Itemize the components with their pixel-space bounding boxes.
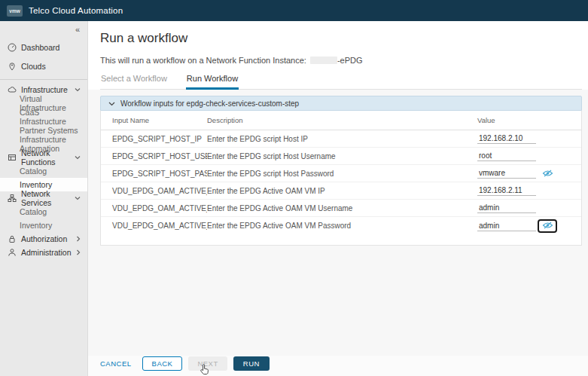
sidebar-collapse-button[interactable]: « (0, 21, 87, 38)
sidebar-item-dashboard[interactable]: Dashboard (0, 38, 87, 57)
value-input-vdu-epdg-oam-active-password[interactable] (477, 221, 536, 231)
password-visibility-toggle[interactable] (539, 168, 556, 179)
next-button[interactable]: NEXT (188, 356, 227, 371)
cloud-icon (8, 85, 17, 94)
table-row: VDU_EPDG_OAM_ACTIVE_USERNAME Enter the E… (101, 200, 581, 217)
workflow-inputs-panel: Input Name Description Value EPDG_SCRIPT… (100, 111, 582, 246)
input-name: VDU_EPDG_OAM_ACTIVE_PASSWORD (101, 222, 207, 230)
sidebar-item-nf-catalog[interactable]: Catalog (0, 164, 87, 178)
sidebar-item-administration[interactable]: Administration (0, 246, 87, 259)
app-header: vmw Telco Cloud Automation (0, 0, 588, 21)
input-description: Enter the EPDG Active OAM VM IP (207, 187, 477, 195)
chevron-down-icon (108, 99, 115, 108)
sidebar-item-label: Authorization (21, 234, 67, 243)
eye-slash-icon (542, 220, 553, 231)
sidebar-item-label: Catalog (20, 167, 47, 176)
column-header-value: Value (477, 116, 581, 124)
sidebar-item-label: Administration (21, 248, 72, 257)
vmware-logo-text: vmw (9, 8, 20, 14)
collapse-icon: « (75, 25, 80, 34)
dashboard-icon (8, 43, 17, 52)
clouds-icon (8, 62, 17, 71)
table-row: VDU_EPDG_OAM_ACTIVE_IP Enter the EPDG Ac… (101, 182, 581, 200)
column-header-description: Description (207, 116, 477, 124)
sidebar-item-caas-infrastructure[interactable]: CaaS Infrastructure (0, 110, 87, 124)
lock-icon (8, 234, 17, 243)
workflow-tabs: Select a Workflow Run Workflow (100, 72, 582, 90)
sidebar-item-authorization[interactable]: Authorization (0, 232, 87, 246)
sidebar-item-label: Partner Systems (20, 126, 78, 135)
sidebar-item-network-functions[interactable]: Network Functions (0, 151, 87, 164)
tab-select-a-workflow[interactable]: Select a Workflow (100, 72, 168, 89)
vmware-logo: vmw (7, 5, 23, 17)
value-input-vdu-epdg-oam-active-username[interactable] (477, 203, 536, 213)
sidebar-item-label: Clouds (21, 62, 46, 71)
instance-suffix: -ePDG (337, 56, 363, 65)
eye-slash-icon (542, 168, 553, 179)
run-button[interactable]: RUN (233, 356, 270, 371)
input-name: EPDG_SCRIPT_HOST_PASSWORD (101, 170, 207, 178)
input-description: Enter the EPDG Active OAM VM Username (207, 204, 477, 212)
tab-run-workflow[interactable]: Run Workflow (186, 72, 239, 90)
workflow-inputs-accordion: Workflow inputs for epdg-check-services-… (100, 96, 582, 246)
column-header-input-name: Input Name (101, 116, 207, 124)
chevron-down-icon (75, 155, 81, 160)
input-description: Enter the EPDG Active OAM VM Password (207, 222, 477, 230)
input-name: EPDG_SCRIPT_HOST_IP (101, 135, 207, 143)
network-functions-icon (8, 153, 17, 162)
accordion-header[interactable]: Workflow inputs for epdg-check-services-… (100, 96, 582, 111)
table-row: EPDG_SCRIPT_HOST_USERNAME Enter the EPDG… (101, 148, 581, 165)
table-row: EPDG_SCRIPT_HOST_PASSWORD Enter the EPDG… (101, 165, 581, 182)
sidebar-item-label: Inventory (20, 180, 52, 189)
description-text: This will run a workflow on a Network Fu… (100, 56, 306, 65)
password-visibility-toggle-focused[interactable] (539, 221, 556, 231)
input-name: EPDG_SCRIPT_HOST_USERNAME (101, 152, 207, 160)
page-title: Run a workflow (100, 31, 582, 46)
content-header: Run a workflow This will run a workflow … (88, 21, 588, 90)
instance-name-redacted (310, 57, 337, 64)
sidebar-item-network-services[interactable]: Network Services (0, 191, 87, 205)
input-description: Enter the EPDG script Host Password (207, 170, 477, 178)
chevron-down-icon (75, 196, 81, 200)
table-header-row: Input Name Description Value (101, 111, 581, 130)
sidebar-item-clouds[interactable]: Clouds (0, 57, 87, 75)
back-button[interactable]: BACK (142, 356, 183, 371)
table-row: VDU_EPDG_OAM_ACTIVE_PASSWORD Enter the E… (101, 217, 581, 234)
app-title: Telco Cloud Automation (29, 6, 123, 15)
wizard-footer: CANCEL BACK NEXT RUN (88, 356, 588, 376)
sidebar-divider (0, 79, 87, 80)
sidebar-item-label: Inventory (20, 221, 52, 230)
content-spacer (88, 246, 588, 356)
sidebar-item-label: Dashboard (21, 43, 59, 52)
network-services-icon (8, 194, 17, 203)
sidebar: « Dashboard Clouds Infrastructure Virtua… (0, 21, 88, 376)
input-description: Enter the EPDG script Host IP (207, 135, 477, 143)
value-input-vdu-epdg-oam-active-ip[interactable] (477, 185, 536, 196)
chevron-down-icon (75, 87, 81, 92)
input-name: VDU_EPDG_OAM_ACTIVE_USERNAME (101, 204, 207, 212)
sidebar-item-ns-catalog[interactable]: Catalog (0, 205, 87, 219)
table-row: EPDG_SCRIPT_HOST_IP Enter the EPDG scrip… (101, 130, 581, 148)
accordion-title: Workflow inputs for epdg-check-services-… (120, 99, 299, 108)
value-input-epdg-script-host-password[interactable] (477, 168, 536, 179)
value-input-epdg-script-host-ip[interactable] (477, 133, 536, 144)
user-icon (8, 248, 17, 257)
chevron-right-icon (76, 249, 81, 255)
main-content: Run a workflow This will run a workflow … (88, 21, 588, 376)
value-input-epdg-script-host-username[interactable] (477, 151, 536, 161)
sidebar-item-label: Infrastructure (21, 85, 68, 94)
chevron-right-icon (76, 236, 81, 242)
page-description: This will run a workflow on a Network Fu… (100, 56, 582, 65)
input-description: Enter the EPDG script Host Username (207, 152, 477, 160)
sidebar-item-label: Catalog (20, 207, 47, 216)
input-name: VDU_EPDG_OAM_ACTIVE_IP (101, 187, 207, 195)
sidebar-item-ns-inventory[interactable]: Inventory (0, 219, 87, 232)
cancel-button[interactable]: CANCEL (100, 356, 136, 371)
